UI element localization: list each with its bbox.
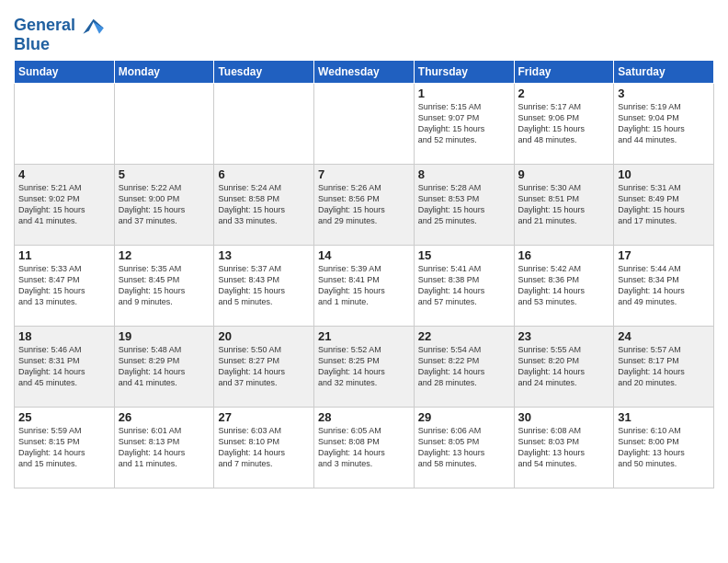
day-info: Sunrise: 5:44 AM Sunset: 8:34 PM Dayligh… <box>618 263 710 308</box>
day-number: 1 <box>418 86 510 100</box>
day-header-row: SundayMondayTuesdayWednesdayThursdayFrid… <box>15 61 714 84</box>
day-number: 16 <box>518 248 610 262</box>
day-info: Sunrise: 5:19 AM Sunset: 9:04 PM Dayligh… <box>618 101 710 146</box>
calendar-cell: 29Sunrise: 6:06 AM Sunset: 8:05 PM Dayli… <box>414 408 514 488</box>
day-info: Sunrise: 5:42 AM Sunset: 8:36 PM Dayligh… <box>518 263 610 308</box>
day-info: Sunrise: 5:17 AM Sunset: 9:06 PM Dayligh… <box>518 101 610 146</box>
day-info: Sunrise: 5:37 AM Sunset: 8:43 PM Dayligh… <box>218 263 310 308</box>
day-number: 13 <box>218 248 310 262</box>
calendar-cell: 15Sunrise: 5:41 AM Sunset: 8:38 PM Dayli… <box>414 246 514 327</box>
calendar-cell: 11Sunrise: 5:33 AM Sunset: 8:47 PM Dayli… <box>15 246 115 327</box>
day-number: 24 <box>618 329 710 343</box>
logo: General Blue <box>14 13 107 54</box>
day-number: 25 <box>18 410 110 424</box>
day-info: Sunrise: 5:26 AM Sunset: 8:56 PM Dayligh… <box>318 182 410 227</box>
day-header-tuesday: Tuesday <box>214 61 314 84</box>
calendar-cell <box>214 84 314 165</box>
calendar-cell: 6Sunrise: 5:24 AM Sunset: 8:58 PM Daylig… <box>214 165 314 246</box>
week-row-3: 11Sunrise: 5:33 AM Sunset: 8:47 PM Dayli… <box>15 246 714 327</box>
calendar-cell: 5Sunrise: 5:22 AM Sunset: 9:00 PM Daylig… <box>114 165 214 246</box>
day-info: Sunrise: 5:46 AM Sunset: 8:31 PM Dayligh… <box>18 344 110 389</box>
calendar-table: SundayMondayTuesdayWednesdayThursdayFrid… <box>14 60 714 488</box>
week-row-5: 25Sunrise: 5:59 AM Sunset: 8:15 PM Dayli… <box>15 408 714 488</box>
day-number: 14 <box>318 248 410 262</box>
day-number: 21 <box>318 329 410 343</box>
day-number: 4 <box>18 167 110 181</box>
day-info: Sunrise: 6:03 AM Sunset: 8:10 PM Dayligh… <box>218 425 310 470</box>
day-info: Sunrise: 5:48 AM Sunset: 8:29 PM Dayligh… <box>119 344 210 389</box>
day-info: Sunrise: 6:05 AM Sunset: 8:08 PM Dayligh… <box>318 425 410 470</box>
day-info: Sunrise: 5:52 AM Sunset: 8:25 PM Dayligh… <box>318 344 410 389</box>
day-number: 26 <box>119 410 210 424</box>
day-number: 20 <box>218 329 310 343</box>
day-number: 30 <box>518 410 610 424</box>
day-header-saturday: Saturday <box>614 61 714 84</box>
day-number: 12 <box>119 248 210 262</box>
day-info: Sunrise: 5:35 AM Sunset: 8:45 PM Dayligh… <box>119 263 210 308</box>
calendar-cell: 20Sunrise: 5:50 AM Sunset: 8:27 PM Dayli… <box>214 327 314 408</box>
page: General Blue SundayMondayTuesdayWednesda… <box>0 0 728 563</box>
calendar-cell: 27Sunrise: 6:03 AM Sunset: 8:10 PM Dayli… <box>214 408 314 488</box>
calendar-cell: 1Sunrise: 5:15 AM Sunset: 9:07 PM Daylig… <box>414 84 514 165</box>
calendar-cell: 21Sunrise: 5:52 AM Sunset: 8:25 PM Dayli… <box>314 327 415 408</box>
day-info: Sunrise: 5:21 AM Sunset: 9:02 PM Dayligh… <box>18 182 110 227</box>
day-info: Sunrise: 6:01 AM Sunset: 8:13 PM Dayligh… <box>119 425 210 470</box>
day-info: Sunrise: 5:41 AM Sunset: 8:38 PM Dayligh… <box>418 263 510 308</box>
day-number: 27 <box>218 410 310 424</box>
calendar-cell: 2Sunrise: 5:17 AM Sunset: 9:06 PM Daylig… <box>514 84 614 165</box>
day-number: 31 <box>618 410 710 424</box>
day-info: Sunrise: 5:31 AM Sunset: 8:49 PM Dayligh… <box>618 182 710 227</box>
day-number: 23 <box>518 329 610 343</box>
calendar-cell: 8Sunrise: 5:28 AM Sunset: 8:53 PM Daylig… <box>414 165 514 246</box>
calendar-cell <box>314 84 415 165</box>
day-info: Sunrise: 5:22 AM Sunset: 9:00 PM Dayligh… <box>119 182 210 227</box>
calendar-cell: 24Sunrise: 5:57 AM Sunset: 8:17 PM Dayli… <box>614 327 714 408</box>
day-info: Sunrise: 6:08 AM Sunset: 8:03 PM Dayligh… <box>518 425 610 470</box>
day-number: 7 <box>318 167 410 181</box>
day-header-friday: Friday <box>514 61 614 84</box>
calendar-cell: 10Sunrise: 5:31 AM Sunset: 8:49 PM Dayli… <box>614 165 714 246</box>
calendar-cell: 25Sunrise: 5:59 AM Sunset: 8:15 PM Dayli… <box>15 408 115 488</box>
calendar-cell: 7Sunrise: 5:26 AM Sunset: 8:56 PM Daylig… <box>314 165 415 246</box>
calendar-cell: 14Sunrise: 5:39 AM Sunset: 8:41 PM Dayli… <box>314 246 415 327</box>
day-info: Sunrise: 5:55 AM Sunset: 8:20 PM Dayligh… <box>518 344 610 389</box>
day-header-sunday: Sunday <box>15 61 115 84</box>
calendar-cell <box>15 84 115 165</box>
calendar-cell: 13Sunrise: 5:37 AM Sunset: 8:43 PM Dayli… <box>214 246 314 327</box>
day-number: 10 <box>618 167 710 181</box>
day-number: 6 <box>218 167 310 181</box>
calendar-cell: 3Sunrise: 5:19 AM Sunset: 9:04 PM Daylig… <box>614 84 714 165</box>
day-info: Sunrise: 6:10 AM Sunset: 8:00 PM Dayligh… <box>618 425 710 470</box>
calendar-cell: 4Sunrise: 5:21 AM Sunset: 9:02 PM Daylig… <box>15 165 115 246</box>
day-number: 17 <box>618 248 710 262</box>
day-info: Sunrise: 5:50 AM Sunset: 8:27 PM Dayligh… <box>218 344 310 389</box>
calendar-cell: 16Sunrise: 5:42 AM Sunset: 8:36 PM Dayli… <box>514 246 614 327</box>
calendar-cell: 9Sunrise: 5:30 AM Sunset: 8:51 PM Daylig… <box>514 165 614 246</box>
day-info: Sunrise: 5:59 AM Sunset: 8:15 PM Dayligh… <box>18 425 110 470</box>
day-number: 22 <box>418 329 510 343</box>
day-info: Sunrise: 5:15 AM Sunset: 9:07 PM Dayligh… <box>418 101 510 146</box>
day-number: 19 <box>119 329 210 343</box>
calendar-cell: 12Sunrise: 5:35 AM Sunset: 8:45 PM Dayli… <box>114 246 214 327</box>
day-header-wednesday: Wednesday <box>314 61 415 84</box>
day-number: 28 <box>318 410 410 424</box>
calendar-cell: 26Sunrise: 6:01 AM Sunset: 8:13 PM Dayli… <box>114 408 214 488</box>
day-info: Sunrise: 5:57 AM Sunset: 8:17 PM Dayligh… <box>618 344 710 389</box>
day-info: Sunrise: 5:33 AM Sunset: 8:47 PM Dayligh… <box>18 263 110 308</box>
week-row-1: 1Sunrise: 5:15 AM Sunset: 9:07 PM Daylig… <box>15 84 714 165</box>
day-number: 8 <box>418 167 510 181</box>
day-number: 29 <box>418 410 510 424</box>
calendar-cell: 17Sunrise: 5:44 AM Sunset: 8:34 PM Dayli… <box>614 246 714 327</box>
calendar-cell: 18Sunrise: 5:46 AM Sunset: 8:31 PM Dayli… <box>15 327 115 408</box>
day-header-thursday: Thursday <box>414 61 514 84</box>
day-number: 3 <box>618 86 710 100</box>
calendar-cell <box>114 84 214 165</box>
day-info: Sunrise: 5:24 AM Sunset: 8:58 PM Dayligh… <box>218 182 310 227</box>
calendar-cell: 23Sunrise: 5:55 AM Sunset: 8:20 PM Dayli… <box>514 327 614 408</box>
day-number: 5 <box>119 167 210 181</box>
day-number: 11 <box>18 248 110 262</box>
week-row-2: 4Sunrise: 5:21 AM Sunset: 9:02 PM Daylig… <box>15 165 714 246</box>
day-info: Sunrise: 5:28 AM Sunset: 8:53 PM Dayligh… <box>418 182 510 227</box>
day-info: Sunrise: 5:54 AM Sunset: 8:22 PM Dayligh… <box>418 344 510 389</box>
calendar-cell: 22Sunrise: 5:54 AM Sunset: 8:22 PM Dayli… <box>414 327 514 408</box>
